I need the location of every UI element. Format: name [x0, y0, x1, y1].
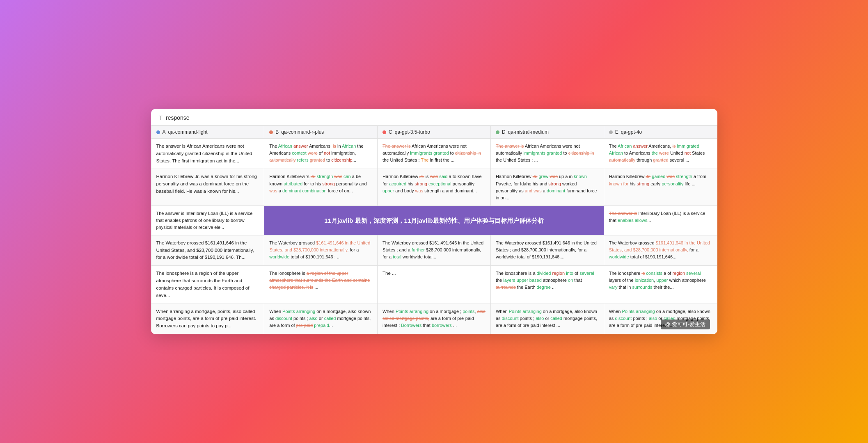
model-b: qa-command-r-plus: [281, 129, 324, 135]
table-row: The Waterboy grossed $161,491,646 in the…: [151, 235, 717, 265]
table-row: Harmon Killebrew Jr. was a known for his…: [151, 169, 717, 206]
cell-6a: When arranging a mortgage, points, also …: [151, 304, 264, 334]
cell-4a: The Waterboy grossed $161,491,646 in the…: [151, 235, 264, 265]
cell-2c: Harmon Killebrew Jr. is was said a to kn…: [378, 169, 491, 206]
cell-6d: When Points arranging on a mortgage, als…: [490, 304, 604, 334]
card-header: T response: [151, 109, 717, 126]
dot-b: [269, 130, 273, 134]
cell-5c: The ...: [378, 266, 491, 304]
cell-2b: Harmon Killebrew 's Jr. strength was can…: [264, 169, 378, 206]
cell-5a: The ionosphere is a region of the upper …: [151, 266, 264, 304]
label-c: C: [389, 129, 392, 135]
cell-1b: The African answer Americans, is in Afri…: [264, 139, 378, 169]
cell-6c: When Points arranging on a mortgage ; po…: [378, 304, 491, 334]
cell-4b: The Waterboy grossed $161,491,646 in the…: [264, 235, 378, 265]
response-table: A qa-command-light B qa-command-r-plus: [151, 126, 717, 334]
table-row: The answer is African Americans were not…: [151, 139, 717, 169]
banner-cell: 11月javlib 最新，深度评测，11月javlib最新特性、用户体验与目标用…: [264, 206, 604, 235]
model-d: qa-mistral-medium: [508, 129, 549, 135]
dot-d: [496, 130, 499, 134]
col-header-b: B qa-command-r-plus: [264, 126, 378, 139]
cell-1c: The answer is African Americans were not…: [378, 139, 491, 169]
dot-e: [609, 130, 613, 134]
banner-text: 11月javlib 最新，深度评测，11月javlib最新特性、用户体验与目标用…: [324, 217, 543, 224]
cell-4d: The Waterboy grossed $161,491,646 in the…: [490, 235, 604, 265]
label-a: A: [163, 129, 166, 135]
cell-6b: When Points arranging on a mortgage, als…: [264, 304, 378, 334]
model-e: qa-gpt-4o: [621, 129, 642, 135]
type-icon: T: [159, 114, 163, 121]
table-wrap: A qa-command-light B qa-command-r-plus: [151, 126, 717, 334]
main-card: T response A qa-command-light: [151, 109, 717, 334]
cell-3a: The answer is Interlibrary Loan (ILL) is…: [151, 206, 264, 235]
cell-2a: Harmon Killebrew Jr. was a known for his…: [151, 169, 264, 206]
table-row: When arranging a mortgage, points, also …: [151, 304, 717, 334]
cell-1a: The answer is African Americans were not…: [151, 139, 264, 169]
cell-2e: Harmon Killebrew Jr. gained was strength…: [604, 169, 717, 206]
model-a: qa-command-light: [168, 129, 208, 135]
table-row: The ionosphere is a region of the upper …: [151, 266, 717, 304]
table-body: The answer is African Americans were not…: [151, 139, 717, 334]
cell-2d: Harmon Killebrew Jr. grew was up a in kn…: [490, 169, 604, 206]
cell-1e: The African answer Americans, is immigra…: [604, 139, 717, 169]
col-header-a: A qa-command-light: [151, 126, 264, 139]
cell-3e: The answer is Interlibrary Loan (ILL) is…: [604, 206, 717, 235]
label-e: E: [615, 129, 618, 135]
cell-4e: The Waterboy grossed $161,491,646 in the…: [604, 235, 717, 265]
cell-5e: The ionosphere is consists a of region s…: [604, 266, 717, 304]
model-c: qa-gpt-3.5-turbo: [395, 129, 430, 135]
dot-a: [156, 130, 160, 134]
cell-6e: When Points arranging on a mortgage, als…: [604, 304, 717, 334]
label-d: D: [502, 129, 506, 135]
col-header-c: C qa-gpt-3.5-turbo: [378, 126, 491, 139]
cell-5b: The ionosphere is a region of the upper …: [264, 266, 378, 304]
cell-5d: The ionosphere is a divided region into …: [490, 266, 604, 304]
cell-4c: The Waterboy grossed $161,491,646 in the…: [378, 235, 491, 265]
table-header: A qa-command-light B qa-command-r-plus: [151, 126, 717, 139]
col-header-e: E qa-gpt-4o: [604, 126, 717, 139]
dot-c: [382, 130, 386, 134]
table-row: The answer is Interlibrary Loan (ILL) is…: [151, 206, 717, 235]
cell-1d: The answer is African Americans were not…: [490, 139, 604, 169]
col-header-d: D qa-mistral-medium: [490, 126, 604, 139]
header-title: response: [166, 114, 190, 121]
label-b: B: [275, 129, 279, 135]
